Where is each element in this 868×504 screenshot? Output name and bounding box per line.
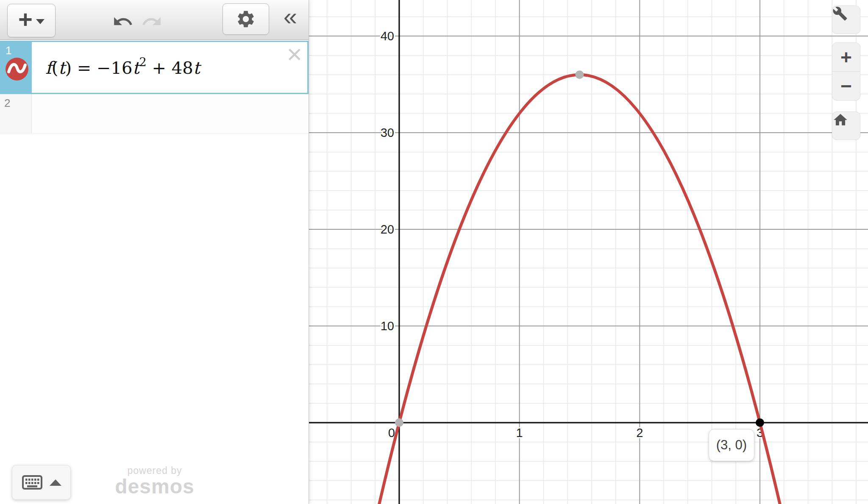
expression-number: 1 [6, 44, 11, 57]
graph-tools-button[interactable] [832, 6, 860, 34]
redo-icon[interactable] [141, 13, 162, 31]
desmos-watermark: powered by desmos [102, 466, 208, 497]
expressions-panel: + « 1 f(t) [0, 0, 309, 504]
x-tick-label: 1 [516, 426, 523, 440]
keyboard-toggle-button[interactable] [12, 465, 71, 500]
plus-icon: + [18, 7, 33, 32]
x-tick-label: 2 [636, 426, 643, 440]
keyboard-icon [22, 475, 43, 490]
triangle-up-icon [50, 479, 61, 486]
expression-number: 2 [4, 97, 31, 110]
y-tick-label: 10 [381, 319, 394, 333]
zoom-button-group: + − [832, 42, 860, 100]
curve-point[interactable] [575, 70, 584, 79]
expression-input[interactable]: f(t) = −16t2 + 48t × [32, 42, 307, 93]
double-chevron-left-icon: « [284, 4, 297, 29]
hide-expressions-button[interactable]: « [278, 1, 303, 36]
y-tick-label: 30 [381, 126, 394, 139]
undo-icon[interactable] [112, 13, 134, 31]
point-label-text: (3, 0) [716, 437, 747, 453]
chevron-down-icon [36, 19, 45, 24]
expressions-toolbar: + « [0, 0, 309, 40]
zoom-out-button[interactable]: − [832, 72, 860, 100]
graph-paper[interactable]: 012310203040 (3, 0) + − [309, 0, 868, 504]
default-viewport-button[interactable] [832, 111, 860, 140]
expression-row-2[interactable]: 2 [0, 94, 309, 134]
wrench-icon [832, 6, 848, 21]
delete-expression-icon[interactable]: × [287, 41, 302, 67]
y-tick-label: 40 [381, 29, 394, 43]
expression-gutter-1: 1 [1, 42, 32, 93]
add-expression-button[interactable]: + [7, 4, 56, 37]
desmos-logo-text: desmos [102, 476, 208, 497]
expression-row-1[interactable]: 1 f(t) = −16t2 + 48t × [0, 41, 309, 94]
graph-settings-button[interactable] [223, 3, 269, 35]
gear-icon [236, 9, 256, 29]
zoom-in-button[interactable]: + [832, 43, 860, 71]
expression-plot-icon[interactable] [5, 57, 29, 81]
expression-latex: f(t) = −16t2 + 48t [45, 57, 200, 78]
point-label-tooltip: (3, 0) [709, 429, 754, 461]
y-tick-label: 20 [381, 223, 394, 236]
home-icon [832, 112, 849, 128]
curve-point[interactable] [395, 418, 403, 427]
curve-point[interactable] [756, 418, 764, 427]
watermark-powered-by: powered by [102, 466, 208, 476]
graph-canvas[interactable]: 012310203040 [309, 0, 868, 504]
expression-gutter-2: 2 [0, 94, 32, 133]
undo-redo-group [112, 13, 162, 31]
